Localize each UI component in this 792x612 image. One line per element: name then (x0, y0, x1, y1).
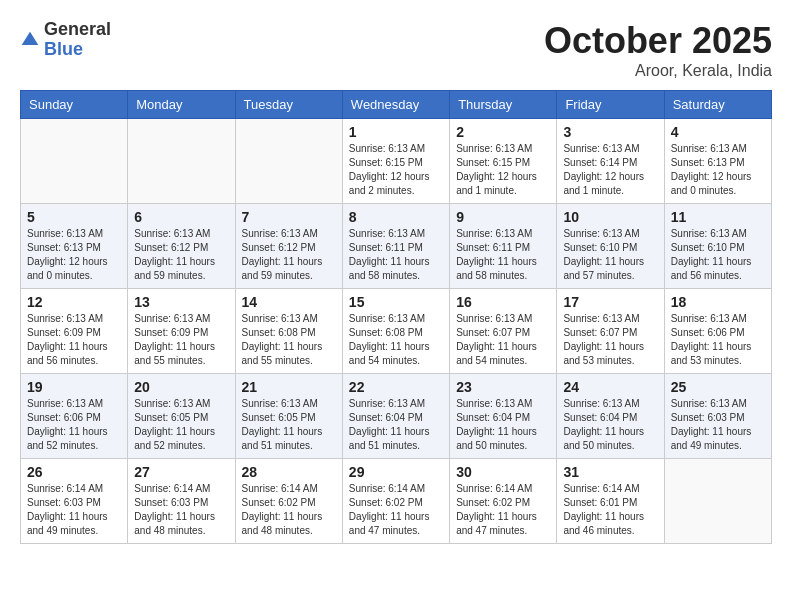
day-info: Sunrise: 6:13 AM Sunset: 6:09 PM Dayligh… (134, 312, 228, 368)
day-number: 13 (134, 294, 228, 310)
day-number: 17 (563, 294, 657, 310)
calendar-day-cell: 13Sunrise: 6:13 AM Sunset: 6:09 PM Dayli… (128, 289, 235, 374)
day-info: Sunrise: 6:13 AM Sunset: 6:04 PM Dayligh… (563, 397, 657, 453)
day-number: 24 (563, 379, 657, 395)
day-info: Sunrise: 6:13 AM Sunset: 6:15 PM Dayligh… (456, 142, 550, 198)
day-info: Sunrise: 6:13 AM Sunset: 6:04 PM Dayligh… (456, 397, 550, 453)
day-header: Tuesday (235, 91, 342, 119)
calendar-day-cell: 12Sunrise: 6:13 AM Sunset: 6:09 PM Dayli… (21, 289, 128, 374)
calendar-table: SundayMondayTuesdayWednesdayThursdayFrid… (20, 90, 772, 544)
calendar-day-cell: 9Sunrise: 6:13 AM Sunset: 6:11 PM Daylig… (450, 204, 557, 289)
day-info: Sunrise: 6:13 AM Sunset: 6:03 PM Dayligh… (671, 397, 765, 453)
day-number: 23 (456, 379, 550, 395)
logo-general: General (44, 20, 111, 40)
day-info: Sunrise: 6:13 AM Sunset: 6:09 PM Dayligh… (27, 312, 121, 368)
day-number: 18 (671, 294, 765, 310)
logo: General Blue (20, 20, 111, 60)
day-number: 12 (27, 294, 121, 310)
day-number: 8 (349, 209, 443, 225)
calendar-day-cell: 4Sunrise: 6:13 AM Sunset: 6:13 PM Daylig… (664, 119, 771, 204)
svg-marker-0 (22, 31, 39, 44)
day-info: Sunrise: 6:13 AM Sunset: 6:11 PM Dayligh… (349, 227, 443, 283)
day-number: 30 (456, 464, 550, 480)
calendar-week-row: 5Sunrise: 6:13 AM Sunset: 6:13 PM Daylig… (21, 204, 772, 289)
calendar-day-cell (21, 119, 128, 204)
day-number: 10 (563, 209, 657, 225)
day-info: Sunrise: 6:13 AM Sunset: 6:13 PM Dayligh… (671, 142, 765, 198)
day-info: Sunrise: 6:13 AM Sunset: 6:05 PM Dayligh… (134, 397, 228, 453)
calendar-day-cell: 20Sunrise: 6:13 AM Sunset: 6:05 PM Dayli… (128, 374, 235, 459)
calendar-day-cell: 7Sunrise: 6:13 AM Sunset: 6:12 PM Daylig… (235, 204, 342, 289)
day-info: Sunrise: 6:13 AM Sunset: 6:12 PM Dayligh… (242, 227, 336, 283)
day-number: 20 (134, 379, 228, 395)
day-info: Sunrise: 6:13 AM Sunset: 6:12 PM Dayligh… (134, 227, 228, 283)
day-info: Sunrise: 6:13 AM Sunset: 6:06 PM Dayligh… (671, 312, 765, 368)
day-header: Sunday (21, 91, 128, 119)
day-info: Sunrise: 6:14 AM Sunset: 6:02 PM Dayligh… (242, 482, 336, 538)
calendar-day-cell: 21Sunrise: 6:13 AM Sunset: 6:05 PM Dayli… (235, 374, 342, 459)
day-info: Sunrise: 6:14 AM Sunset: 6:03 PM Dayligh… (27, 482, 121, 538)
month-title: October 2025 (544, 20, 772, 62)
day-number: 6 (134, 209, 228, 225)
day-number: 9 (456, 209, 550, 225)
day-number: 25 (671, 379, 765, 395)
calendar-day-cell: 23Sunrise: 6:13 AM Sunset: 6:04 PM Dayli… (450, 374, 557, 459)
day-info: Sunrise: 6:13 AM Sunset: 6:10 PM Dayligh… (563, 227, 657, 283)
day-info: Sunrise: 6:13 AM Sunset: 6:13 PM Dayligh… (27, 227, 121, 283)
logo-blue: Blue (44, 40, 111, 60)
day-info: Sunrise: 6:13 AM Sunset: 6:07 PM Dayligh… (563, 312, 657, 368)
calendar-day-cell: 6Sunrise: 6:13 AM Sunset: 6:12 PM Daylig… (128, 204, 235, 289)
day-number: 28 (242, 464, 336, 480)
location: Aroor, Kerala, India (544, 62, 772, 80)
calendar-header-row: SundayMondayTuesdayWednesdayThursdayFrid… (21, 91, 772, 119)
day-info: Sunrise: 6:13 AM Sunset: 6:08 PM Dayligh… (242, 312, 336, 368)
day-info: Sunrise: 6:13 AM Sunset: 6:08 PM Dayligh… (349, 312, 443, 368)
day-number: 1 (349, 124, 443, 140)
day-info: Sunrise: 6:13 AM Sunset: 6:04 PM Dayligh… (349, 397, 443, 453)
calendar-day-cell: 10Sunrise: 6:13 AM Sunset: 6:10 PM Dayli… (557, 204, 664, 289)
calendar-day-cell: 11Sunrise: 6:13 AM Sunset: 6:10 PM Dayli… (664, 204, 771, 289)
day-info: Sunrise: 6:13 AM Sunset: 6:07 PM Dayligh… (456, 312, 550, 368)
day-number: 29 (349, 464, 443, 480)
title-block: October 2025 Aroor, Kerala, India (544, 20, 772, 80)
day-info: Sunrise: 6:13 AM Sunset: 6:11 PM Dayligh… (456, 227, 550, 283)
day-number: 2 (456, 124, 550, 140)
calendar-day-cell: 28Sunrise: 6:14 AM Sunset: 6:02 PM Dayli… (235, 459, 342, 544)
calendar-day-cell: 5Sunrise: 6:13 AM Sunset: 6:13 PM Daylig… (21, 204, 128, 289)
calendar-day-cell: 18Sunrise: 6:13 AM Sunset: 6:06 PM Dayli… (664, 289, 771, 374)
calendar-day-cell: 3Sunrise: 6:13 AM Sunset: 6:14 PM Daylig… (557, 119, 664, 204)
day-info: Sunrise: 6:13 AM Sunset: 6:06 PM Dayligh… (27, 397, 121, 453)
day-number: 4 (671, 124, 765, 140)
day-info: Sunrise: 6:14 AM Sunset: 6:03 PM Dayligh… (134, 482, 228, 538)
page-header: General Blue October 2025 Aroor, Kerala,… (20, 20, 772, 80)
day-info: Sunrise: 6:13 AM Sunset: 6:10 PM Dayligh… (671, 227, 765, 283)
calendar-day-cell: 2Sunrise: 6:13 AM Sunset: 6:15 PM Daylig… (450, 119, 557, 204)
calendar-day-cell: 14Sunrise: 6:13 AM Sunset: 6:08 PM Dayli… (235, 289, 342, 374)
day-info: Sunrise: 6:13 AM Sunset: 6:14 PM Dayligh… (563, 142, 657, 198)
day-header: Thursday (450, 91, 557, 119)
day-info: Sunrise: 6:14 AM Sunset: 6:02 PM Dayligh… (349, 482, 443, 538)
calendar-day-cell (128, 119, 235, 204)
logo-text: General Blue (44, 20, 111, 60)
day-number: 7 (242, 209, 336, 225)
day-header: Wednesday (342, 91, 449, 119)
day-number: 21 (242, 379, 336, 395)
calendar-day-cell: 27Sunrise: 6:14 AM Sunset: 6:03 PM Dayli… (128, 459, 235, 544)
calendar-day-cell: 25Sunrise: 6:13 AM Sunset: 6:03 PM Dayli… (664, 374, 771, 459)
day-info: Sunrise: 6:13 AM Sunset: 6:05 PM Dayligh… (242, 397, 336, 453)
logo-icon (20, 30, 40, 50)
calendar-week-row: 19Sunrise: 6:13 AM Sunset: 6:06 PM Dayli… (21, 374, 772, 459)
calendar-week-row: 26Sunrise: 6:14 AM Sunset: 6:03 PM Dayli… (21, 459, 772, 544)
calendar-day-cell: 22Sunrise: 6:13 AM Sunset: 6:04 PM Dayli… (342, 374, 449, 459)
day-info: Sunrise: 6:13 AM Sunset: 6:15 PM Dayligh… (349, 142, 443, 198)
day-number: 11 (671, 209, 765, 225)
day-info: Sunrise: 6:14 AM Sunset: 6:02 PM Dayligh… (456, 482, 550, 538)
calendar-day-cell (235, 119, 342, 204)
day-info: Sunrise: 6:14 AM Sunset: 6:01 PM Dayligh… (563, 482, 657, 538)
day-number: 22 (349, 379, 443, 395)
calendar-day-cell: 24Sunrise: 6:13 AM Sunset: 6:04 PM Dayli… (557, 374, 664, 459)
day-header: Friday (557, 91, 664, 119)
calendar-day-cell: 30Sunrise: 6:14 AM Sunset: 6:02 PM Dayli… (450, 459, 557, 544)
calendar-day-cell: 1Sunrise: 6:13 AM Sunset: 6:15 PM Daylig… (342, 119, 449, 204)
day-number: 19 (27, 379, 121, 395)
